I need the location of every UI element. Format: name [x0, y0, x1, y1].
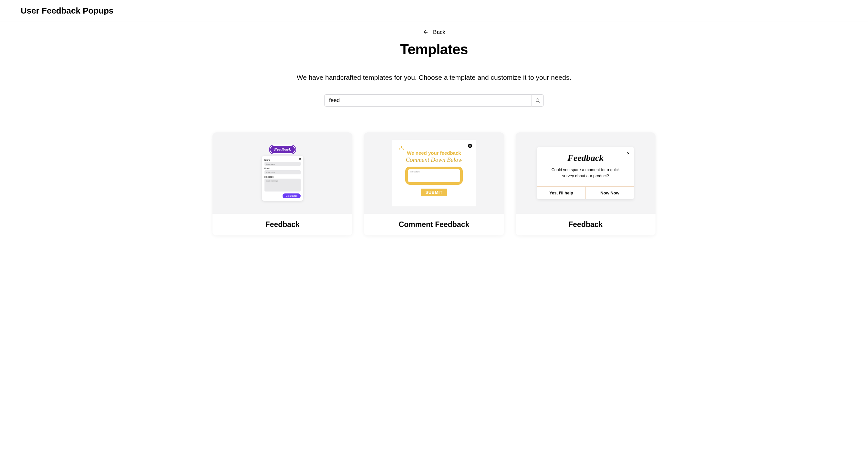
preview-message-box: Message	[405, 166, 463, 185]
template-card[interactable]: × We need your feedback Comment Down Bel…	[364, 132, 504, 236]
search-box	[324, 94, 544, 107]
search-row	[213, 94, 655, 107]
preview-title-2: Comment Down Below	[406, 156, 462, 163]
preview-textarea-message: Your message	[265, 179, 301, 191]
sub-heading: We have handcrafted templates for you. C…	[213, 73, 655, 81]
preview-feedback-form: Feedback × Name Your name Email Your Ema…	[262, 145, 303, 201]
template-preview: × Feedback Could you spare a moment for …	[516, 132, 655, 214]
preview-heading: Feedback	[537, 147, 634, 165]
preview-label-message: Message	[265, 176, 301, 178]
close-icon: ×	[468, 144, 472, 148]
template-card-label: Comment Feedback	[364, 214, 504, 236]
preview-yes-button: Yes, I'll help	[537, 187, 586, 199]
page-title: User Feedback Popups	[21, 6, 847, 16]
template-preview: Feedback × Name Your name Email Your Ema…	[213, 132, 352, 214]
template-card[interactable]: × Feedback Could you spare a moment for …	[516, 132, 655, 236]
preview-submit-button: SUBMIT	[421, 189, 447, 196]
preview-input-name: Your name	[265, 162, 301, 166]
page-header: User Feedback Popups	[0, 0, 868, 22]
preview-form-panel: × Name Your name Email Your Email Messag…	[262, 156, 303, 201]
preview-label-name: Name	[265, 159, 301, 161]
svg-line-2	[538, 101, 539, 102]
search-icon	[535, 98, 540, 103]
close-icon: ×	[627, 151, 630, 156]
preview-badge: Feedback	[270, 145, 296, 154]
back-button[interactable]: Back	[213, 28, 655, 35]
preview-no-button: Now Now	[586, 187, 634, 199]
preview-get-started-button: Get Started	[283, 193, 301, 198]
svg-line-3	[399, 149, 400, 150]
preview-badge-text: Feedback	[274, 147, 291, 152]
close-icon: ×	[299, 157, 301, 160]
template-card-label: Feedback	[516, 214, 655, 236]
back-label: Back	[433, 29, 445, 35]
arrow-left-icon	[423, 29, 429, 35]
svg-line-5	[403, 149, 403, 150]
preview-input-email: Your Email	[265, 170, 301, 174]
preview-comment-feedback: × We need your feedback Comment Down Bel…	[392, 140, 476, 206]
template-cards-row: Feedback × Name Your name Email Your Ema…	[213, 132, 655, 236]
sparkle-icon	[399, 145, 404, 151]
preview-button-row: Yes, I'll help Now Now	[537, 186, 634, 199]
search-input[interactable]	[324, 94, 531, 107]
template-card-label: Feedback	[213, 214, 352, 236]
preview-label-email: Email	[265, 167, 301, 170]
main-heading: Templates	[213, 41, 655, 58]
preview-title-1: We need your feedback	[407, 150, 461, 156]
template-card[interactable]: Feedback × Name Your name Email Your Ema…	[213, 132, 352, 236]
page-content: Back Templates We have handcrafted templ…	[192, 22, 676, 255]
template-preview: × We need your feedback Comment Down Bel…	[364, 132, 504, 214]
preview-survey-popup: × Feedback Could you spare a moment for …	[537, 147, 634, 199]
preview-body-text: Could you spare a moment for a quick sur…	[537, 165, 634, 186]
search-button[interactable]	[531, 94, 544, 107]
